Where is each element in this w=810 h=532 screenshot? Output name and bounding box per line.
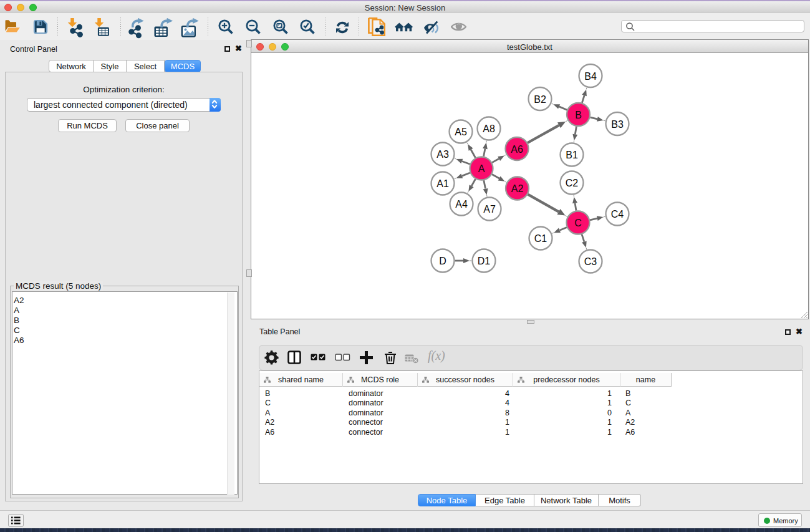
svg-text:C2: C2 [566,178,579,188]
svg-text:C3: C3 [584,256,597,267]
svg-text:C: C [574,218,582,228]
svg-text:A7: A7 [483,204,496,215]
svg-text:D: D [439,256,446,266]
svg-text:D1: D1 [478,256,491,266]
svg-text:A5: A5 [455,127,467,137]
svg-text:A1: A1 [436,178,449,189]
svg-text:C1: C1 [534,233,547,244]
svg-text:B2: B2 [534,94,546,105]
svg-text:A3: A3 [436,149,449,160]
svg-text:C4: C4 [611,209,624,220]
svg-text:A8: A8 [483,123,495,134]
svg-text:A: A [478,163,485,174]
svg-text:A4: A4 [455,199,468,210]
svg-text:B1: B1 [566,150,578,160]
svg-text:B4: B4 [584,71,597,82]
svg-text:B: B [575,110,582,120]
svg-text:B3: B3 [611,119,624,130]
svg-text:A2: A2 [511,183,524,194]
svg-text:A6: A6 [511,144,523,155]
